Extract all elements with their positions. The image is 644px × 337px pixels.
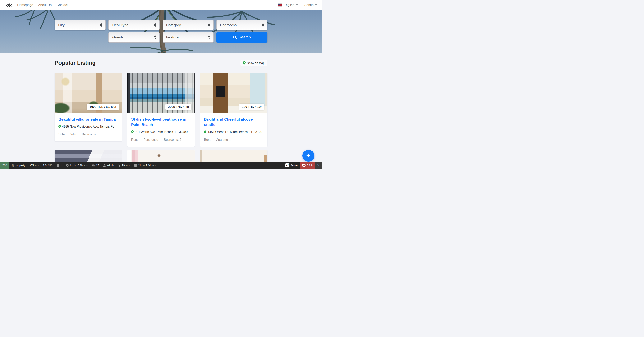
symfony-logo-icon: sf (302, 164, 306, 167)
address-text: 4935 New Providence Ave, Tampa, FL (62, 125, 114, 128)
rooftops-logo-icon (6, 3, 13, 7)
language-dropdown[interactable]: English (278, 3, 298, 7)
select-arrows-icon (208, 23, 210, 27)
property-title-link[interactable]: Stylish two-level penthouse in Palm Beac… (131, 117, 191, 127)
symfony-debug-toolbar: 200 @ property 305 ms 2.0 MiB ! 1 61 in … (0, 162, 322, 168)
show-on-map-button[interactable]: Show on Map (240, 59, 268, 66)
tag: Bedrooms: 5 (82, 133, 99, 136)
symfony-logo-icon: sf (285, 163, 289, 167)
route-name: property (16, 164, 25, 167)
property-photo[interactable]: 200 TND / day (200, 73, 268, 113)
tag: Sale (58, 133, 64, 136)
select-arrows-icon (208, 35, 210, 39)
search-button[interactable]: Search (216, 32, 268, 42)
property-photo[interactable]: 1600 TND / sq. foot (55, 73, 122, 113)
memory-value: 2.0 (43, 164, 46, 167)
events-count: 61 (70, 164, 73, 167)
guests-select[interactable]: Guests (108, 32, 160, 42)
property-search-form: City Deal Type Category Bedrooms Guests … (55, 10, 268, 42)
request-time-value: 305 (29, 164, 34, 167)
request-time-unit: ms (35, 164, 39, 167)
toolbar-user[interactable]: admin (101, 162, 116, 168)
tag: Villa (70, 133, 76, 136)
layers-icon (66, 164, 69, 167)
tag: Penthouse (143, 138, 158, 141)
exception-count: 1 (60, 164, 62, 167)
memory-unit: MiB (48, 164, 52, 167)
navbar-right: English Admin (278, 3, 317, 7)
toolbar-server[interactable]: sf Server (283, 162, 300, 168)
search-button-label: Search (239, 35, 251, 39)
admin-label: Admin (304, 3, 314, 7)
property-address: 4935 New Providence Ave, Tampa, FL (58, 125, 118, 128)
listing-header: Popular Listing Show on Map (55, 59, 268, 66)
map-pin-icon (243, 61, 246, 64)
map-pin-icon (58, 125, 61, 128)
server-label: Server (290, 164, 298, 167)
property-photo[interactable]: 2000 TND / mo (128, 73, 195, 113)
status-code-value: 200 (2, 164, 7, 167)
hero-section: City Deal Type Category Bedrooms Guests … (0, 10, 322, 53)
db-count: 21 (138, 164, 141, 167)
toolbar-close-button[interactable]: ✕ (314, 162, 322, 168)
close-icon: ✕ (317, 164, 320, 167)
property-address: 1451 Ocean Dr, Miami Beach, FL 33139 (204, 130, 264, 134)
listing-grid: 1600 TND / sq. foot Beautiful villa for … (55, 73, 268, 168)
select-arrows-icon (262, 23, 264, 27)
user-name: admin (107, 164, 114, 167)
city-select-value: City (58, 23, 64, 27)
twig-unit: ms (126, 164, 130, 167)
db-unit: ms (152, 164, 156, 167)
property-tags: Sale Villa Bedrooms: 5 (58, 133, 118, 136)
listing-card: 200 TND / day Bright and Cheerful alcove… (200, 73, 268, 147)
toolbar-exceptions[interactable]: ! 1 (55, 162, 64, 168)
feature-select[interactable]: Feature (162, 32, 214, 42)
main-nav: Homepage About Us Contact (17, 3, 68, 7)
brand-logo[interactable] (6, 3, 13, 7)
toolbar-request-time[interactable]: 305 ms (27, 162, 41, 168)
exception-icon: ! (57, 164, 59, 167)
top-navbar: Homepage About Us Contact English Admin (0, 0, 322, 10)
database-icon (134, 164, 137, 167)
select-arrows-icon (154, 23, 156, 27)
tag: Rent (131, 138, 138, 141)
events-time: 0.39 (78, 164, 82, 167)
add-property-fab[interactable]: + (302, 150, 314, 162)
db-time: 7.14 (146, 164, 151, 167)
city-select[interactable]: City (55, 20, 106, 30)
select-arrows-icon (154, 35, 156, 39)
guests-select-value: Guests (112, 35, 124, 39)
twig-time: 29 (122, 164, 125, 167)
twig-leaf-icon (118, 164, 121, 167)
nav-link-homepage[interactable]: Homepage (17, 3, 33, 7)
map-pin-icon (131, 130, 134, 133)
chevron-down-icon (315, 4, 317, 5)
category-select-value: Category (166, 23, 181, 27)
toolbar-status-code[interactable]: 200 (0, 162, 10, 168)
toolbar-translations[interactable]: a 17 (90, 162, 101, 168)
admin-dropdown[interactable]: Admin (304, 3, 317, 7)
deal-type-select-value: Deal Type (112, 23, 128, 27)
events-unit: ms (84, 164, 88, 167)
bedrooms-select[interactable]: Bedrooms (216, 20, 268, 30)
price-badge: 2000 TND / mo (166, 104, 192, 110)
language-label: English (284, 3, 294, 7)
bedrooms-select-value: Bedrooms (220, 23, 237, 27)
plus-icon: + (306, 152, 310, 159)
property-title-link[interactable]: Bright and Cheerful alcove studio (204, 117, 264, 127)
toolbar-memory[interactable]: 2.0 MiB (41, 162, 55, 168)
toolbar-spacer (158, 162, 283, 168)
property-title-link[interactable]: Beautiful villa for sale in Tampa (58, 117, 118, 122)
deal-type-select[interactable]: Deal Type (108, 20, 160, 30)
category-select[interactable]: Category (162, 20, 214, 30)
nav-link-about-us[interactable]: About Us (38, 3, 52, 7)
toolbar-route[interactable]: @ property (10, 162, 27, 168)
toolbar-symfony-version[interactable]: sf 5.2.9 (300, 162, 314, 168)
nav-link-contact[interactable]: Contact (56, 3, 68, 7)
popular-listing-section: Popular Listing Show on Map 1600 TND / s… (55, 53, 268, 168)
toolbar-twig[interactable]: 29 ms (116, 162, 132, 168)
address-text: 101 Worth Ave, Palm Beach, FL 33480 (135, 130, 188, 134)
toolbar-events[interactable]: 61 in 0.39 ms (64, 162, 90, 168)
toolbar-db[interactable]: 21 in 7.14 ms (132, 162, 158, 168)
show-on-map-label: Show on Map (247, 61, 264, 64)
